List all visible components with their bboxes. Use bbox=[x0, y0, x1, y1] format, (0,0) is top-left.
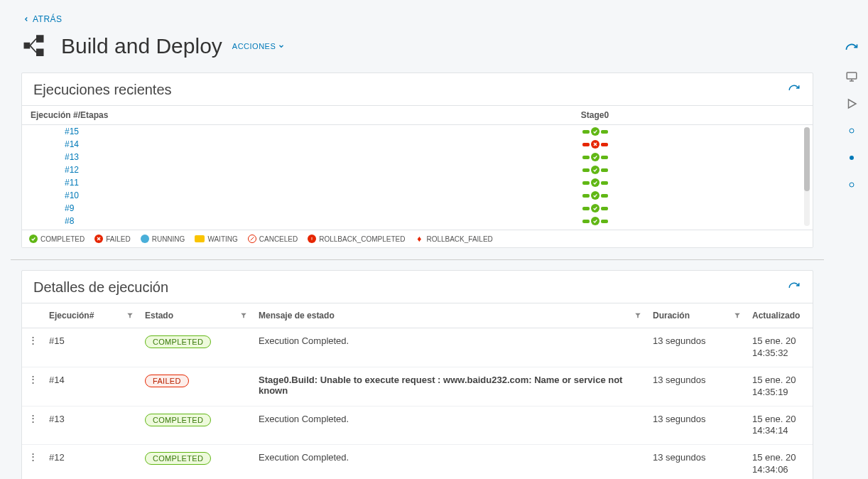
execution-details-card: Detalles de ejecución Ejecución# Estado bbox=[21, 270, 813, 479]
legend-rollback-failed: ROLLBACK_FAILED bbox=[426, 235, 492, 243]
svg-marker-16 bbox=[734, 313, 740, 318]
exec-id: #8 bbox=[22, 216, 420, 226]
status-pill-completed: COMPLETED bbox=[145, 335, 211, 348]
legend-running: RUNNING bbox=[152, 235, 185, 243]
status-completed-icon bbox=[591, 178, 600, 187]
chevron-down-icon bbox=[278, 43, 285, 50]
svg-point-21 bbox=[850, 129, 854, 133]
col-exec-stages: Ejecución #/Etapas bbox=[22, 110, 420, 120]
cell-state: COMPLETED bbox=[139, 328, 253, 367]
recent-row[interactable]: #9 bbox=[22, 202, 813, 215]
back-link[interactable]: ATRÁS bbox=[0, 0, 63, 31]
recent-row[interactable]: #15 bbox=[22, 125, 813, 138]
pipeline-icon bbox=[21, 31, 51, 61]
cell-state: COMPLETED bbox=[139, 406, 253, 445]
filter-icon[interactable] bbox=[126, 312, 134, 319]
cell-duration: 13 segundos bbox=[647, 406, 747, 445]
rail-nav-dot-3[interactable] bbox=[845, 178, 859, 192]
col-message[interactable]: Mensaje de estado bbox=[253, 303, 647, 328]
svg-point-22 bbox=[850, 156, 854, 160]
cell-exec-id: #15 bbox=[43, 328, 139, 367]
details-row: ⋮#12COMPLETEDExecution Completed.13 segu… bbox=[22, 445, 813, 479]
svg-marker-13 bbox=[127, 313, 133, 318]
actions-dropdown[interactable]: ACCIONES bbox=[232, 42, 285, 50]
exec-id: #12 bbox=[22, 165, 420, 175]
rail-nav-dot-1[interactable] bbox=[845, 124, 859, 138]
svg-line-4 bbox=[30, 45, 36, 53]
row-menu-button[interactable]: ⋮ bbox=[22, 445, 43, 479]
chevron-left-icon bbox=[23, 16, 30, 23]
recent-scrollbar[interactable] bbox=[804, 127, 810, 226]
refresh-icon bbox=[788, 281, 801, 294]
cell-state: FAILED bbox=[139, 367, 253, 406]
stage-cell bbox=[420, 204, 813, 212]
svg-text:!: ! bbox=[311, 237, 313, 241]
details-row: ⋮#13COMPLETEDExecution Completed.13 segu… bbox=[22, 406, 813, 445]
svg-rect-0 bbox=[24, 43, 31, 49]
col-updated[interactable]: Actualizado bbox=[747, 303, 813, 328]
cell-updated: 15 ene. 2014:34:06 bbox=[747, 445, 813, 479]
recent-row[interactable]: #14 bbox=[22, 138, 813, 151]
svg-marker-15 bbox=[635, 313, 641, 318]
col-stage0: Stage0 bbox=[420, 110, 813, 120]
exec-id: #14 bbox=[22, 139, 420, 149]
recent-scroll-thumb[interactable] bbox=[804, 127, 810, 191]
recent-row[interactable]: #12 bbox=[22, 163, 813, 176]
status-completed-icon bbox=[591, 191, 600, 200]
back-label: ATRÁS bbox=[33, 14, 63, 24]
recent-row[interactable]: #10 bbox=[22, 189, 813, 202]
recent-row[interactable]: #8 bbox=[22, 215, 813, 227]
svg-rect-17 bbox=[847, 72, 857, 79]
legend-rollback-completed: ROLLBACK_COMPLETED bbox=[319, 235, 405, 243]
cell-updated: 15 ene. 2014:34:14 bbox=[747, 406, 813, 445]
filter-icon[interactable] bbox=[734, 312, 741, 319]
col-menu bbox=[22, 303, 43, 328]
status-pill-completed: COMPLETED bbox=[145, 414, 211, 426]
recent-row[interactable]: #13 bbox=[22, 151, 813, 163]
status-completed-icon bbox=[591, 204, 600, 212]
refresh-recent-button[interactable] bbox=[787, 83, 801, 97]
svg-line-3 bbox=[30, 39, 36, 46]
cell-exec-id: #13 bbox=[43, 406, 139, 445]
cell-duration: 13 segundos bbox=[647, 445, 747, 479]
filter-icon[interactable] bbox=[240, 312, 247, 319]
status-completed-icon bbox=[591, 217, 600, 225]
status-completed-icon bbox=[591, 153, 600, 161]
status-pill-failed: FAILED bbox=[145, 375, 189, 387]
rail-nav-dot-2[interactable] bbox=[845, 151, 859, 165]
row-menu-button[interactable]: ⋮ bbox=[22, 406, 43, 445]
right-rail bbox=[835, 0, 868, 479]
exec-id: #13 bbox=[22, 152, 420, 162]
legend-completed: COMPLETED bbox=[40, 235, 85, 243]
actions-label: ACCIONES bbox=[232, 42, 276, 50]
svg-line-11 bbox=[250, 237, 254, 241]
status-completed-icon bbox=[591, 127, 600, 136]
cell-updated: 15 ene. 2014:35:19 bbox=[747, 367, 813, 406]
recent-title: Ejecuciones recientes bbox=[33, 82, 172, 98]
recent-row[interactable]: #11 bbox=[22, 176, 813, 189]
row-menu-button[interactable]: ⋮ bbox=[22, 328, 43, 367]
rail-monitor-button[interactable] bbox=[845, 70, 859, 84]
col-duration[interactable]: Duración bbox=[647, 303, 747, 328]
stage-cell bbox=[420, 191, 813, 200]
exec-id: #10 bbox=[22, 190, 420, 200]
svg-marker-20 bbox=[848, 99, 856, 108]
cell-duration: 13 segundos bbox=[647, 328, 747, 367]
details-row: ⋮#14FAILEDStage0.Build: Unable to execut… bbox=[22, 367, 813, 406]
refresh-details-button[interactable] bbox=[787, 281, 801, 295]
status-failed-icon bbox=[591, 140, 600, 149]
cell-state: COMPLETED bbox=[139, 445, 253, 479]
refresh-icon bbox=[788, 84, 801, 97]
rail-run-button[interactable] bbox=[845, 97, 859, 111]
cell-message: Stage0.Build: Unable to execute request … bbox=[253, 367, 647, 406]
row-menu-button[interactable]: ⋮ bbox=[22, 367, 43, 406]
cell-duration: 13 segundos bbox=[647, 367, 747, 406]
legend-failed: FAILED bbox=[106, 235, 130, 243]
svg-rect-2 bbox=[36, 49, 44, 57]
filter-icon[interactable] bbox=[634, 312, 641, 319]
page-title: Build and Deploy bbox=[61, 34, 222, 58]
rail-refresh-button[interactable] bbox=[845, 43, 859, 57]
col-execution-id[interactable]: Ejecución# bbox=[43, 303, 139, 328]
legend-waiting: WAITING bbox=[207, 235, 237, 243]
col-state[interactable]: Estado bbox=[139, 303, 253, 328]
